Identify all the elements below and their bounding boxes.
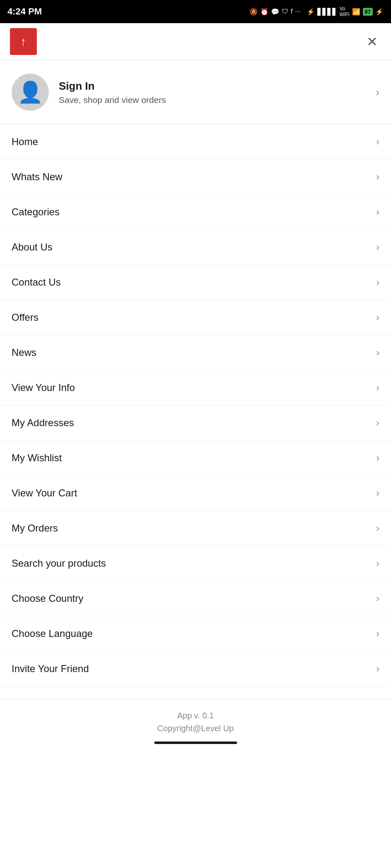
menu-item-contact-us[interactable]: Contact Us› — [0, 265, 391, 300]
menu-chevron-about-us: › — [376, 241, 379, 253]
menu-chevron-my-addresses: › — [376, 417, 379, 429]
menu-chevron-categories: › — [376, 206, 379, 218]
menu-label-invite-friend: Invite Your Friend — [12, 663, 89, 675]
menu-item-home[interactable]: Home› — [0, 124, 391, 160]
copyright: Copyright@Level Up — [0, 724, 391, 733]
charging-icon: ⚡ — [375, 8, 384, 16]
close-icon: ✕ — [367, 35, 378, 48]
menu-chevron-my-wishlist: › — [376, 452, 379, 464]
menu-item-my-addresses[interactable]: My Addresses› — [0, 405, 391, 441]
menu-item-about-us[interactable]: About Us› — [0, 230, 391, 265]
menu-label-offers: Offers — [12, 312, 38, 323]
close-button[interactable]: ✕ — [363, 33, 381, 51]
signin-text: Sign In Save, shop and view orders — [59, 80, 371, 105]
menu-label-my-addresses: My Addresses — [12, 417, 74, 429]
menu-label-contact-us: Contact Us — [12, 277, 61, 288]
avatar-icon: 👤 — [17, 82, 43, 103]
menu-label-whats-new: Whats New — [12, 171, 62, 183]
signin-title: Sign In — [59, 80, 371, 93]
status-bar: 4:24 PM 🔕 ⏰ 💬 🛡 f ··· ⚡ ▋▋▋▋ VoWiFi 📶 87… — [0, 0, 391, 23]
menu-chevron-my-orders: › — [376, 522, 379, 534]
footer: App v. 0.1 Copyright@Level Up — [0, 699, 391, 761]
menu-chevron-contact-us: › — [376, 277, 379, 288]
menu-item-choose-language[interactable]: Choose Language› — [0, 616, 391, 651]
menu-label-home: Home — [12, 136, 38, 148]
menu-label-my-orders: My Orders — [12, 522, 58, 534]
menu-label-categories: Categories — [12, 206, 60, 218]
app-version: App v. 0.1 — [0, 711, 391, 720]
menu-chevron-whats-new: › — [376, 171, 379, 183]
menu-item-my-orders[interactable]: My Orders› — [0, 511, 391, 546]
signin-subtitle: Save, shop and view orders — [59, 95, 371, 105]
menu-item-categories[interactable]: Categories› — [0, 195, 391, 230]
menu-item-offers[interactable]: Offers› — [0, 300, 391, 335]
menu-label-news: News — [12, 347, 36, 358]
menu-item-search-products[interactable]: Search your products› — [0, 546, 391, 581]
wifi-icon: 📶 — [352, 8, 360, 16]
menu-chevron-choose-country: › — [376, 593, 379, 604]
vowifi-icon: VoWiFi — [340, 6, 350, 17]
alarm-icon: ⏰ — [260, 8, 269, 16]
app-header: ↑ ✕ — [0, 23, 391, 60]
signal-icon: ▋▋▋▋ — [317, 8, 337, 16]
menu-item-view-your-cart[interactable]: View Your Cart› — [0, 476, 391, 511]
menu-label-search-products: Search your products — [12, 558, 106, 569]
signin-section[interactable]: 👤 Sign In Save, shop and view orders › — [0, 60, 391, 124]
menu-item-invite-friend[interactable]: Invite Your Friend› — [0, 651, 391, 687]
more-icon: ··· — [295, 8, 300, 15]
menu-chevron-offers: › — [376, 312, 379, 323]
menu-item-view-your-info[interactable]: View Your Info› — [0, 370, 391, 405]
logo-icon: ↑ — [21, 35, 26, 48]
shield-icon: 🛡 — [282, 8, 288, 15]
menu-chevron-choose-language: › — [376, 628, 379, 639]
battery-icon: 87 — [363, 8, 373, 16]
status-icons: 🔕 ⏰ 💬 🛡 f ··· ⚡ ▋▋▋▋ VoWiFi 📶 87 ⚡ — [249, 6, 384, 17]
menu-item-whats-new[interactable]: Whats New› — [0, 160, 391, 195]
status-time: 4:24 PM — [7, 6, 42, 17]
menu-chevron-view-your-info: › — [376, 382, 379, 393]
menu-label-choose-language: Choose Language — [12, 628, 93, 639]
mute-icon: 🔕 — [249, 8, 258, 16]
menu-label-view-your-cart: View Your Cart — [12, 487, 77, 499]
avatar: 👤 — [12, 74, 49, 111]
menu-item-my-wishlist[interactable]: My Wishlist› — [0, 441, 391, 476]
menu-item-choose-country[interactable]: Choose Country› — [0, 581, 391, 616]
menu-item-news[interactable]: News› — [0, 335, 391, 370]
menu-label-about-us: About Us — [12, 241, 53, 253]
app-logo: ↑ — [10, 28, 37, 55]
signin-chevron: › — [376, 86, 379, 99]
home-indicator — [154, 742, 237, 744]
menu-chevron-search-products: › — [376, 558, 379, 569]
menu-label-view-your-info: View Your Info — [12, 382, 75, 393]
menu-chevron-home: › — [376, 136, 379, 148]
facebook-icon: f — [291, 8, 293, 15]
menu-chevron-invite-friend: › — [376, 663, 379, 675]
menu-list: Home›Whats New›Categories›About Us›Conta… — [0, 124, 391, 687]
menu-chevron-news: › — [376, 347, 379, 358]
bluetooth-icon: ⚡ — [307, 8, 315, 16]
menu-label-my-wishlist: My Wishlist — [12, 452, 62, 464]
menu-label-choose-country: Choose Country — [12, 593, 83, 604]
menu-chevron-view-your-cart: › — [376, 487, 379, 499]
whatsapp-icon: 💬 — [271, 8, 279, 16]
